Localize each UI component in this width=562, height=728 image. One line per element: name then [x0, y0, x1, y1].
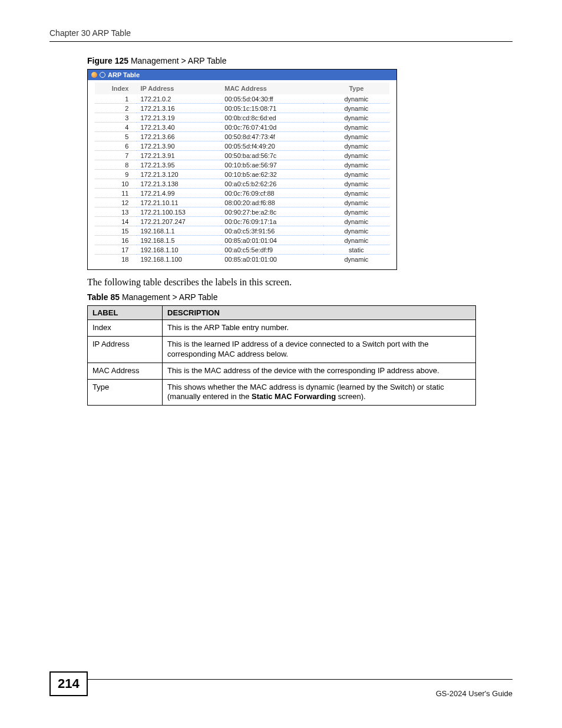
table-row: 6172.21.3.9000:05:5d:f4:49:20dynamic: [95, 141, 389, 151]
cell-index: 10: [95, 179, 137, 189]
cell-ip: 172.21.0.2: [137, 94, 221, 104]
cell-ip: 192.168.1.10: [137, 245, 221, 255]
table-row: 9172.21.3.12000:10:b5:ae:62:32dynamic: [95, 170, 389, 179]
table-caption-number: Table 85: [87, 292, 120, 302]
cell-mac: 00:0c:76:07:41:0d: [221, 123, 323, 132]
desc-label: IP Address: [88, 336, 163, 363]
table-row: 2172.21.3.1600:05:1c:15:08:71dynamic: [95, 104, 389, 113]
figure-caption-number: Figure 125: [87, 56, 128, 65]
cell-mac: 00:85:a0:01:01:04: [221, 236, 323, 245]
header-rule: [49, 41, 513, 42]
cell-index: 16: [95, 236, 137, 245]
cell-mac: 00:50:ba:ad:56:7c: [221, 151, 323, 160]
cell-type: dynamic: [323, 226, 389, 236]
cell-index: 13: [95, 207, 137, 217]
panel-titlebar: ARP Table: [88, 70, 396, 80]
table-row: 16192.168.1.500:85:a0:01:01:04dynamic: [95, 236, 389, 245]
table-row: 7172.21.3.9100:50:ba:ad:56:7cdynamic: [95, 151, 389, 160]
desc-text: This is the learned IP address of a devi…: [163, 336, 476, 363]
table-row: 15192.168.1.100:a0:c5:3f:91:56dynamic: [95, 226, 389, 236]
cell-index: 2: [95, 104, 137, 113]
cell-type: dynamic: [323, 151, 389, 160]
desc-label: MAC Address: [88, 363, 163, 379]
cell-ip: 172.21.3.16: [137, 104, 221, 113]
cell-ip: 172.21.3.91: [137, 151, 221, 160]
table-caption-text: Management > ARP Table: [120, 292, 217, 302]
cell-mac: 08:00:20:ad:f6:88: [221, 198, 323, 207]
cell-ip: 172.21.3.40: [137, 123, 221, 132]
cell-ip: 192.168.1.5: [137, 236, 221, 245]
cell-index: 3: [95, 113, 137, 123]
cell-ip: 192.168.1.1: [137, 226, 221, 236]
cell-ip: 172.21.3.95: [137, 160, 221, 170]
cell-index: 12: [95, 198, 137, 207]
cell-type: dynamic: [323, 132, 389, 141]
cell-type: dynamic: [323, 255, 389, 264]
cell-ip: 172.21.3.120: [137, 170, 221, 179]
col-header-mac: MAC Address: [221, 83, 323, 94]
col-header-type: Type: [323, 83, 389, 94]
cell-mac: 00:90:27:be:a2:8c: [221, 207, 323, 217]
desc-text-pre: This is the ARP Table entry number.: [167, 323, 289, 332]
cell-type: dynamic: [323, 94, 389, 104]
table-row: IndexThis is the ARP Table entry number.: [88, 320, 476, 337]
page-number: 214: [49, 671, 88, 696]
cell-type: dynamic: [323, 189, 389, 198]
cell-index: 8: [95, 160, 137, 170]
cell-type: dynamic: [323, 123, 389, 132]
desc-text-pre: This is the learned IP address of a devi…: [167, 340, 428, 358]
desc-text-post: screen).: [336, 392, 366, 401]
cell-type: dynamic: [323, 160, 389, 170]
table-row: 8172.21.3.9500:10:b5:ae:56:97dynamic: [95, 160, 389, 170]
desc-text: This shows whether the MAC address is dy…: [163, 379, 476, 406]
cell-index: 9: [95, 170, 137, 179]
page-footer: 214 GS-2024 User's Guide: [49, 679, 513, 704]
figure-caption-text: Management > ARP Table: [128, 56, 226, 65]
cell-mac: 00:0c:76:09:17:1a: [221, 217, 323, 226]
cell-mac: 00:a0:c5:3f:91:56: [221, 226, 323, 236]
cell-index: 17: [95, 245, 137, 255]
cell-type: dynamic: [323, 207, 389, 217]
desc-text-pre: This is the MAC address of the device wi…: [167, 366, 439, 375]
desc-text: This is the ARP Table entry number.: [163, 320, 476, 337]
cell-index: 4: [95, 123, 137, 132]
cell-ip: 172.21.3.66: [137, 132, 221, 141]
cell-mac: 00:85:a0:01:01:00: [221, 255, 323, 264]
description-table: LABEL DESCRIPTION IndexThis is the ARP T…: [87, 305, 476, 406]
desc-head-label: LABEL: [88, 306, 163, 320]
desc-head-description: DESCRIPTION: [163, 306, 476, 320]
cell-mac: 00:05:5d:04:30:ff: [221, 94, 323, 104]
arp-table-panel: ARP Table Index IP Address MAC Address T…: [87, 69, 397, 270]
table-row: 10172.21.3.13800:a0:c5:b2:62:26dynamic: [95, 179, 389, 189]
cell-type: dynamic: [323, 236, 389, 245]
table-row: 4172.21.3.4000:0c:76:07:41:0ddynamic: [95, 123, 389, 132]
titlebar-ring-icon: [100, 72, 105, 78]
cell-type: dynamic: [323, 217, 389, 226]
cell-type: dynamic: [323, 104, 389, 113]
cell-ip: 172.21.10.11: [137, 198, 221, 207]
cell-type: dynamic: [323, 113, 389, 123]
after-figure-paragraph: The following table describes the labels…: [87, 277, 501, 288]
cell-type: dynamic: [323, 198, 389, 207]
cell-mac: 00:50:8d:47:73:4f: [221, 132, 323, 141]
cell-index: 5: [95, 132, 137, 141]
cell-mac: 00:a0:c5:b2:62:26: [221, 179, 323, 189]
cell-mac: 00:0b:cd:8c:6d:ed: [221, 113, 323, 123]
desc-label: Type: [88, 379, 163, 406]
cell-index: 1: [95, 94, 137, 104]
cell-index: 6: [95, 141, 137, 151]
table-row: 12172.21.10.1108:00:20:ad:f6:88dynamic: [95, 198, 389, 207]
cell-mac: 00:05:5d:f4:49:20: [221, 141, 323, 151]
figure-caption: Figure 125 Management > ARP Table: [87, 56, 501, 65]
table-row: 18192.168.1.10000:85:a0:01:01:00dynamic: [95, 255, 389, 264]
table-row: 13172.21.100.15300:90:27:be:a2:8cdynamic: [95, 207, 389, 217]
table-caption: Table 85 Management > ARP Table: [87, 292, 501, 302]
cell-ip: 172.21.3.19: [137, 113, 221, 123]
cell-mac: 00:0c:76:09:cf:88: [221, 189, 323, 198]
panel-title: ARP Table: [108, 71, 140, 78]
cell-mac: 00:10:b5:ae:62:32: [221, 170, 323, 179]
cell-type: static: [323, 245, 389, 255]
titlebar-orb-icon: [91, 72, 97, 78]
cell-type: dynamic: [323, 170, 389, 179]
cell-mac: 00:10:b5:ae:56:97: [221, 160, 323, 170]
